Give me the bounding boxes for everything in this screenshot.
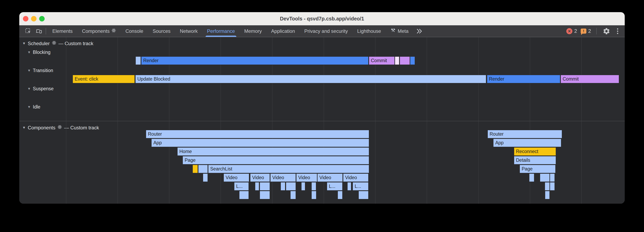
lane-label-transition[interactable]: ▼Transition	[28, 68, 53, 73]
components-flame-bar-app[interactable]: App	[493, 139, 561, 147]
components-flame-bar[interactable]	[338, 191, 342, 199]
components-flame-bar[interactable]	[545, 182, 550, 191]
collapse-triangle-icon[interactable]: ▼	[28, 87, 31, 91]
error-badge[interactable]: × 2	[566, 28, 577, 34]
components-flame-bar[interactable]	[290, 191, 296, 199]
components-flame-bar[interactable]	[301, 182, 305, 191]
components-flame-bar[interactable]	[280, 182, 285, 191]
lane-label-blocking[interactable]: ▼Blocking	[28, 50, 50, 55]
components-flame-bar[interactable]	[260, 182, 270, 191]
components-flame-bar-details[interactable]: Details	[514, 156, 556, 164]
collapse-triangle-icon[interactable]: ▼	[22, 42, 26, 45]
tab-label: Memory	[244, 28, 262, 34]
components-flame-bar-reconnect[interactable]: Reconnect	[514, 147, 556, 156]
scheduler-flame-bar[interactable]	[410, 56, 415, 65]
components-flame-bar[interactable]	[260, 191, 270, 199]
tab-application[interactable]: Application	[266, 25, 300, 37]
minimize-window-button[interactable]	[31, 16, 36, 21]
collapse-triangle-icon[interactable]: ▼	[28, 105, 31, 109]
components-flame-bar-router[interactable]: Router	[146, 130, 369, 138]
lane-label-text: Idle	[33, 104, 40, 110]
components-flame-bar[interactable]	[550, 173, 555, 182]
components-flame-bar-app[interactable]: App	[151, 139, 369, 147]
tab-components[interactable]: Components	[77, 25, 121, 37]
components-track-header[interactable]: ▼ Components — Custom track	[22, 125, 99, 130]
device-toolbar-icon[interactable]	[34, 25, 44, 37]
components-flame-bar[interactable]	[239, 191, 249, 199]
components-flame-bar-searchlist[interactable]: SearchList	[208, 165, 369, 173]
collapse-triangle-icon[interactable]: ▼	[22, 126, 26, 129]
components-flame-bar[interactable]	[286, 182, 296, 191]
components-flame-bar-router[interactable]: Router	[488, 130, 562, 138]
flame-bar-label: L...	[234, 184, 243, 189]
components-flame-bar-l-[interactable]: L...	[234, 182, 249, 191]
components-flame-bar-home[interactable]: Home	[177, 147, 369, 156]
devtools-toolbar: ElementsComponentsConsoleSourcesNetworkP…	[19, 25, 625, 37]
tab-privacy-and-security[interactable]: Privacy and security	[300, 25, 353, 37]
lane-label-idle[interactable]: ▼Idle	[28, 104, 40, 110]
components-flame-bar-video[interactable]: Video	[296, 173, 317, 182]
components-flame-bar[interactable]	[529, 173, 534, 182]
components-flame-bar-page[interactable]: Page	[520, 165, 556, 173]
tab-memory[interactable]: Memory	[240, 25, 266, 37]
gear-icon[interactable]	[602, 25, 611, 37]
close-window-button[interactable]	[23, 16, 28, 21]
components-flame-bar[interactable]	[312, 182, 316, 191]
scheduler-flame-bar-render[interactable]: Render	[487, 75, 560, 83]
zoom-window-button[interactable]	[39, 16, 45, 21]
flame-bar-label: Details	[514, 157, 530, 163]
components-flame-bar[interactable]	[192, 165, 198, 173]
three-dot-menu-icon[interactable]	[614, 28, 621, 34]
components-flame-bar[interactable]	[545, 191, 550, 199]
flame-bar-label: Render	[487, 76, 504, 82]
scheduler-flame-bar-commit[interactable]: Commit	[369, 56, 395, 65]
components-flame-bar-video[interactable]: Video	[343, 173, 368, 182]
panel-tabs: ElementsComponentsConsoleSourcesNetworkP…	[48, 25, 413, 37]
components-flame-bar[interactable]	[550, 182, 555, 191]
components-flame-bar-l-[interactable]: L...	[353, 182, 368, 191]
collapse-triangle-icon[interactable]: ▼	[28, 69, 31, 72]
tab-meta[interactable]: Meta	[386, 25, 413, 37]
scheduler-flame-bar-render[interactable]: Render	[141, 56, 368, 65]
gridline	[427, 37, 427, 204]
components-flame-bar-video[interactable]: Video	[270, 173, 296, 182]
tab-sources[interactable]: Sources	[148, 25, 175, 37]
warning-badge[interactable]: ! 2	[581, 28, 591, 34]
components-flame-bar-video[interactable]: Video	[317, 173, 343, 182]
tab-lighthouse[interactable]: Lighthouse	[353, 25, 386, 37]
react-atom-icon	[112, 28, 116, 34]
flame-bar-label: App	[494, 140, 504, 145]
flame-bar-label: Video	[250, 175, 264, 180]
track-subtitle: — Custom track	[58, 41, 93, 46]
flame-bar-label: Commit	[369, 58, 387, 63]
components-flame-bar-page[interactable]: Page	[182, 156, 369, 164]
scheduler-flame-bar[interactable]	[400, 56, 410, 65]
scheduler-flame-bar[interactable]	[136, 56, 141, 65]
track-subtitle: — Custom track	[64, 125, 99, 130]
collapse-triangle-icon[interactable]: ▼	[28, 51, 31, 54]
devtools-window: DevTools - qsvd7p.csb.app/video/1 Elemen…	[19, 12, 625, 204]
tab-console[interactable]: Console	[121, 25, 148, 37]
scheduler-flame-bar[interactable]	[395, 56, 399, 65]
components-flame-bar[interactable]	[312, 191, 316, 199]
tab-elements[interactable]: Elements	[48, 25, 77, 37]
scheduler-flame-bar-commit[interactable]: Commit	[560, 75, 619, 83]
components-flame-bar[interactable]	[203, 173, 208, 182]
tab-performance[interactable]: Performance	[202, 25, 240, 37]
components-flame-bar-video[interactable]: Video	[224, 173, 249, 182]
inspect-cursor-icon[interactable]	[23, 25, 34, 37]
components-flame-bar[interactable]	[358, 191, 368, 199]
chevron-double-right-icon[interactable]	[413, 25, 425, 37]
scheduler-track-header[interactable]: ▼ Scheduler — Custom track	[22, 40, 93, 46]
gridline	[66, 37, 66, 204]
components-flame-bar[interactable]	[255, 182, 259, 191]
components-flame-bar[interactable]	[540, 173, 550, 182]
components-flame-bar-video[interactable]: Video	[250, 173, 270, 182]
components-flame-bar[interactable]	[198, 165, 208, 173]
tab-network[interactable]: Network	[175, 25, 202, 37]
scheduler-flame-bar-update-blocked[interactable]: Update Blocked	[135, 75, 486, 83]
components-flame-bar[interactable]	[347, 182, 351, 191]
lane-label-suspense[interactable]: ▼Suspense	[28, 86, 54, 92]
scheduler-flame-bar-event-click[interactable]: Event: click	[73, 75, 135, 83]
components-flame-bar-l-[interactable]: L...	[327, 182, 342, 191]
